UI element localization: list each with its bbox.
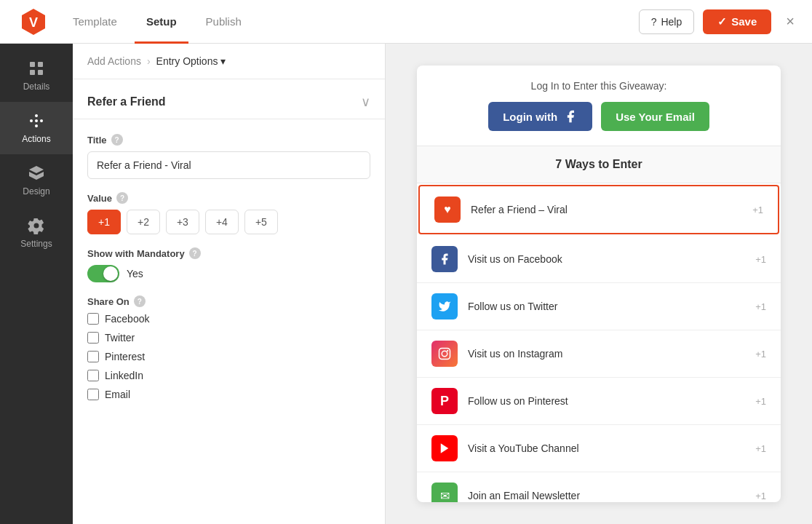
section-header: Refer a Friend ∨ (73, 79, 385, 119)
section-title: Refer a Friend (87, 95, 166, 108)
svg-point-9 (30, 119, 33, 122)
entry-item-facebook[interactable]: Visit us on Facebook +1 (417, 236, 781, 283)
entry-item-pinterest[interactable]: P Follow us on Pinterest +1 (417, 378, 781, 425)
pinterest-entry-points: +1 (755, 396, 766, 407)
main-layout: Details Actions Design Settings (0, 44, 812, 524)
svg-rect-5 (38, 70, 43, 75)
value-label-text: Value (87, 193, 112, 204)
value-btn-4[interactable]: +4 (205, 210, 239, 234)
title-help-icon[interactable]: ? (111, 134, 123, 146)
save-button[interactable]: ✓ Save (703, 9, 771, 34)
breadcrumb-add-actions[interactable]: Add Actions (87, 55, 141, 67)
nav-tabs: Template Setup Publish (61, 0, 639, 43)
svg-point-12 (442, 351, 447, 357)
mandatory-label: Show with Mandatory ? (87, 247, 370, 259)
check-icon: ✓ (717, 15, 727, 28)
value-help-icon[interactable]: ? (116, 192, 128, 204)
value-btn-5[interactable]: +5 (244, 210, 278, 234)
share-pinterest-checkbox[interactable] (87, 351, 99, 362)
value-btn-1[interactable]: +1 (87, 210, 121, 234)
actions-icon (28, 112, 45, 130)
facebook-entry-points: +1 (755, 254, 766, 265)
settings-icon (28, 217, 45, 234)
share-on-label-text: Share On (87, 296, 130, 307)
sidebar-item-details[interactable]: Details (0, 49, 73, 102)
facebook-entry-text: Visit us on Facebook (468, 253, 745, 265)
share-twitter-checkbox[interactable] (87, 332, 99, 344)
facebook-icon (563, 109, 578, 124)
help-button[interactable]: ? Help (639, 9, 695, 34)
preview-card: Log In to Enter this Giveaway: Login wit… (417, 66, 781, 502)
value-buttons: +1 +2 +3 +4 +5 (87, 210, 370, 234)
mandatory-label-text: Show with Mandatory (87, 248, 185, 259)
value-btn-2[interactable]: +2 (127, 210, 160, 234)
share-pinterest-item[interactable]: Pinterest (87, 351, 370, 362)
svg-rect-4 (30, 70, 35, 75)
svg-point-10 (40, 119, 43, 122)
breadcrumb-chevron: › (147, 55, 151, 67)
design-icon (28, 164, 45, 182)
logo: V (12, 7, 55, 36)
share-linkedin-item[interactable]: LinkedIn (87, 370, 370, 381)
login-facebook-button[interactable]: Login with (488, 102, 592, 131)
tab-setup[interactable]: Setup (135, 1, 188, 44)
tab-template[interactable]: Template (61, 1, 129, 44)
share-facebook-checkbox[interactable] (87, 313, 99, 325)
email-entry-points: +1 (755, 491, 766, 501)
share-twitter-item[interactable]: Twitter (87, 332, 370, 344)
entry-item-refer[interactable]: ♥ Refer a Friend – Viral +1 (418, 185, 779, 234)
share-on-help-icon[interactable]: ? (134, 295, 146, 307)
login-title: Log In to Enter this Giveaway: (431, 80, 766, 92)
instagram-entry-points: +1 (755, 349, 766, 360)
svg-rect-3 (38, 62, 43, 67)
save-label: Save (731, 15, 757, 28)
close-button[interactable]: × (780, 10, 800, 33)
value-btn-3[interactable]: +3 (166, 210, 199, 234)
help-icon: ? (651, 16, 657, 28)
entry-item-youtube[interactable]: Visit a YouTube Channel +1 (417, 425, 781, 472)
mandatory-help-icon[interactable]: ? (189, 247, 201, 259)
entry-options-label: Entry Options (156, 55, 218, 67)
share-on-field-group: Share On ? Facebook Twitter Pinterest (87, 295, 370, 400)
sidebar-item-actions[interactable]: Actions (0, 102, 73, 154)
tab-publish[interactable]: Publish (194, 1, 253, 44)
login-email-button[interactable]: Use Your Email (601, 102, 709, 131)
sidebar-details-label: Details (23, 82, 50, 92)
svg-marker-14 (441, 443, 449, 453)
grid-icon (28, 60, 45, 77)
form-body: Title ? Value ? +1 +2 +3 +4 +5 (73, 119, 385, 415)
entry-item-instagram[interactable]: Visit us on Instagram +1 (417, 330, 781, 378)
content-panel: Add Actions › Entry Options ▾ Refer a Fr… (73, 44, 386, 524)
share-email-item[interactable]: Email (87, 389, 370, 400)
value-field-group: Value ? +1 +2 +3 +4 +5 (87, 192, 370, 234)
svg-point-7 (35, 119, 38, 122)
title-input[interactable] (87, 151, 370, 179)
nav-actions: ? Help ✓ Save × (639, 9, 800, 34)
entry-item-twitter[interactable]: Follow us on Twitter +1 (417, 283, 781, 330)
sidebar-actions-label: Actions (22, 134, 50, 144)
share-facebook-label: Facebook (105, 313, 149, 325)
sidebar-item-design[interactable]: Design (0, 154, 73, 207)
breadcrumb-entry-options[interactable]: Entry Options ▾ (156, 55, 226, 67)
help-label: Help (661, 16, 682, 28)
entry-item-email[interactable]: ✉ Join an Email Newsletter +1 (417, 472, 781, 502)
collapse-icon[interactable]: ∨ (361, 94, 370, 110)
toggle-knob (103, 266, 118, 281)
share-linkedin-checkbox[interactable] (87, 370, 99, 381)
svg-rect-11 (439, 349, 450, 360)
toggle-yes-label: Yes (127, 268, 143, 279)
svg-text:V: V (29, 15, 38, 30)
twitter-entry-text: Follow us on Twitter (468, 301, 745, 312)
refer-text: Refer a Friend – Viral (471, 204, 742, 215)
sidebar-settings-label: Settings (20, 239, 52, 249)
share-email-checkbox[interactable] (87, 389, 99, 400)
sidebar-item-settings[interactable]: Settings (0, 207, 73, 259)
pinterest-entry-icon: P (431, 388, 458, 414)
sidebar: Details Actions Design Settings (0, 44, 73, 524)
share-facebook-item[interactable]: Facebook (87, 313, 370, 325)
mandatory-toggle[interactable] (87, 265, 119, 282)
share-twitter-label: Twitter (105, 332, 135, 344)
email-entry-text: Join an Email Newsletter (468, 490, 745, 501)
preview-panel: Log In to Enter this Giveaway: Login wit… (386, 44, 812, 524)
entry-list: ♥ Refer a Friend – Viral +1 Visit us on … (417, 183, 781, 502)
